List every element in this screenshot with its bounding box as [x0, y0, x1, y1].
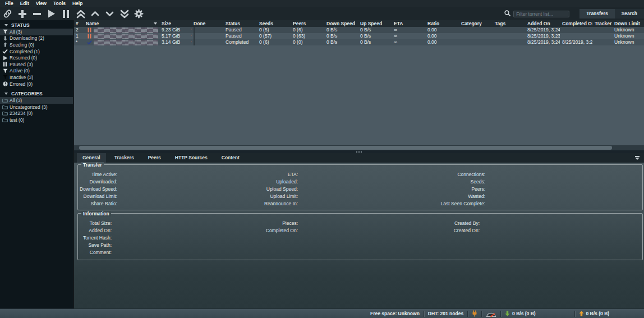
categories-section-header[interactable]: CATEGORIES	[0, 90, 73, 97]
connections-label: Connections:	[298, 172, 485, 177]
sidebar-item-seeding[interactable]: Seeding (0)	[0, 42, 73, 48]
sidebar-category-234234[interactable]: 234234 (0)	[0, 110, 73, 117]
col-name[interactable]: Name	[84, 20, 159, 27]
horizontal-scrollbar[interactable]	[74, 145, 644, 150]
alt-speed-gauge-icon[interactable]	[486, 311, 496, 317]
tab-trackers[interactable]: Trackers	[109, 153, 140, 163]
resume-icon[interactable]	[46, 8, 57, 19]
col-added-on[interactable]: Added On	[525, 20, 560, 27]
col-size[interactable]: Size	[159, 20, 191, 27]
peers-label: Peers:	[298, 187, 485, 192]
status-header-label: STATUS	[11, 22, 30, 28]
reannounce-in-label: Reannounce In:	[117, 201, 298, 206]
collapse-panel-icon[interactable]	[635, 156, 640, 160]
col-ratio[interactable]: Ratio	[425, 20, 459, 27]
menu-tools[interactable]: Tools	[50, 0, 69, 7]
queue-down-icon[interactable]	[104, 8, 115, 19]
statusbar-separator	[481, 311, 482, 317]
menu-edit[interactable]: Edit	[17, 0, 33, 7]
add-torrent-link-icon[interactable]	[2, 8, 13, 19]
connection-status-icon[interactable]	[472, 310, 477, 317]
sidebar-category-all[interactable]: All (3)	[0, 97, 73, 104]
col-tags[interactable]: Tags	[493, 20, 525, 27]
sidebar-item-all[interactable]: All (3)	[0, 29, 73, 35]
search-icon	[504, 10, 510, 17]
filter-area	[504, 10, 569, 17]
download-speed-status[interactable]: 0 B/s (0 B)	[505, 311, 570, 316]
information-title: Information	[81, 211, 111, 216]
completed-on-label: Completed On:	[112, 228, 298, 233]
folder-icon	[2, 98, 8, 103]
tab-search[interactable]: Search	[615, 9, 644, 19]
options-gear-icon[interactable]	[134, 8, 144, 19]
col-completed-on[interactable]: Completed On	[560, 20, 592, 27]
sidebar-item-active[interactable]: Active (0)	[0, 68, 73, 75]
down-arrow-icon	[505, 311, 510, 316]
sidebar-item-inactive[interactable]: Inactive (3)	[0, 74, 73, 81]
table-row[interactable]: 2 9.23 GiB 0.4% Paused 0 (5) 0 (6) 0 B/s…	[74, 27, 644, 33]
collapse-triangle-icon	[4, 93, 8, 95]
menu-view[interactable]: View	[33, 0, 50, 7]
tab-general[interactable]: General	[77, 153, 106, 163]
queue-bottom-icon[interactable]	[119, 8, 130, 19]
pause-icon[interactable]	[61, 8, 71, 19]
dht-nodes-label: DHT: 201 nodes	[428, 311, 463, 316]
sidebar-item-errored[interactable]: Errored (0)	[0, 81, 73, 87]
col-status[interactable]: Status	[223, 20, 257, 27]
sidebar-item-resumed[interactable]: Resumed (0)	[0, 54, 73, 61]
filter-torrent-input[interactable]	[513, 11, 569, 17]
table-row[interactable]: * 3.14 GiB 100.0% Completed 0 (6) 0 (0) …	[74, 39, 644, 45]
col-done[interactable]: Done	[191, 20, 223, 27]
sidebar-item-downloading[interactable]: Downloading (2)	[0, 35, 73, 42]
upload-speed-status[interactable]: 0 B/s (0 B)	[579, 311, 644, 316]
col-category[interactable]: Category	[459, 20, 493, 27]
col-tracker[interactable]: Tracker	[592, 20, 612, 27]
sidebar-category-test[interactable]: test (0)	[0, 117, 73, 123]
col-peers[interactable]: Peers	[291, 20, 324, 27]
wasted-label: Wasted:	[298, 194, 485, 199]
table-row[interactable]: 1 5.17 GiB 9.2% Paused 0 (57) 0 (63) 0 B…	[74, 33, 644, 39]
total-size-label: Total Size:	[78, 221, 112, 226]
error-icon	[2, 81, 8, 87]
sidebar-item-paused[interactable]: Paused (3)	[0, 61, 73, 68]
arrow-up-icon	[2, 42, 8, 48]
col-eta[interactable]: ETA	[392, 20, 425, 27]
tab-content[interactable]: Content	[216, 153, 245, 163]
col-down-speed[interactable]: Down Speed	[324, 20, 358, 27]
downloaded-label: Downloaded:	[78, 179, 117, 185]
queue-top-icon[interactable]	[75, 8, 86, 19]
sidebar-item-completed[interactable]: Completed (1)	[0, 48, 73, 55]
toolbar-right: Transfers Search	[504, 9, 644, 19]
free-space-label: Free space: Unknown	[370, 311, 420, 316]
share-ratio-label: Share Ratio:	[78, 201, 117, 206]
uploaded-label: Uploaded:	[117, 179, 298, 185]
transfer-title: Transfer	[81, 162, 104, 168]
scrollbar-thumb[interactable]	[79, 146, 612, 150]
last-seen-complete-label: Last Seen Complete:	[298, 201, 485, 206]
menu-help[interactable]: Help	[69, 0, 86, 7]
col-seeds[interactable]: Seeds	[257, 20, 291, 27]
add-torrent-icon[interactable]	[17, 8, 27, 19]
tab-http-sources[interactable]: HTTP Sources	[169, 153, 213, 163]
menu-file[interactable]: File	[2, 0, 17, 7]
tab-transfers[interactable]: Transfers	[579, 9, 614, 19]
paused-state-icon	[87, 27, 92, 33]
download-limit-label: Download Limit:	[78, 194, 117, 199]
col-down-limit[interactable]: Down Limit	[612, 20, 644, 27]
arrow-down-icon	[2, 35, 8, 41]
progress-bar: 9.2%	[194, 33, 195, 39]
status-section-header[interactable]: STATUS	[0, 21, 73, 29]
transfer-groupbox: Transfer Time Active: ETA: Connections: …	[77, 164, 643, 210]
tab-peers[interactable]: Peers	[142, 153, 167, 163]
completed-state-icon	[87, 40, 92, 45]
upload-limit-label: Upload Limit:	[117, 194, 298, 199]
eta-label: ETA:	[117, 172, 298, 177]
col-up-speed[interactable]: Up Speed	[358, 20, 392, 27]
up-arrow-icon	[579, 311, 584, 316]
torrent-table: # Name Size Done Status Seeds Peers Down…	[74, 20, 644, 150]
sidebar-category-uncategorized[interactable]: Uncategorized (3)	[0, 104, 73, 110]
delete-torrent-icon[interactable]	[31, 8, 42, 19]
queue-up-icon[interactable]	[90, 8, 100, 19]
col-number[interactable]: #	[74, 20, 84, 27]
upload-speed-label: Upload Speed:	[117, 187, 298, 192]
